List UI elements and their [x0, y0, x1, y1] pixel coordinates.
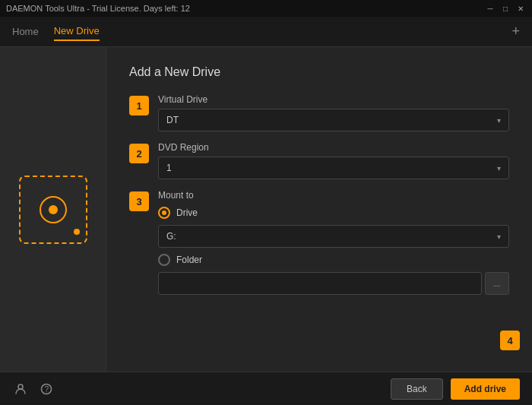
drive-radio-row: Drive [158, 207, 509, 219]
back-button[interactable]: Back [391, 378, 443, 400]
step3-content: Mount to Drive G: ▾ Folder [158, 190, 509, 295]
step1-content: Virtual Drive DT ▾ [158, 94, 509, 131]
step2-row: 2 DVD Region 1 ▾ [129, 142, 509, 179]
step1-label: Virtual Drive [158, 94, 509, 105]
step2-badge: 2 [129, 144, 149, 163]
title-bar: DAEMON Tools Ultra - Trial License. Days… [0, 0, 532, 17]
step3-row: 3 Mount to Drive G: ▾ Folder [129, 190, 509, 295]
drive-radio-button[interactable] [158, 207, 170, 219]
step3-badge: 3 [129, 191, 149, 211]
nav-new-drive[interactable]: New Drive [54, 22, 100, 41]
nav-left: Home New Drive [12, 22, 100, 41]
add-drive-button[interactable]: Add drive [451, 378, 520, 400]
form-area: Add a New Drive 1 Virtual Drive DT ▾ 2 D… [106, 47, 532, 372]
dvd-region-dropdown[interactable]: 1 ▾ [158, 157, 509, 179]
drive-dot-indicator [74, 229, 80, 235]
drive-letter-arrow-icon: ▾ [497, 233, 501, 241]
nav-add-button[interactable]: + [511, 24, 520, 40]
folder-radio-label[interactable]: Folder [176, 255, 202, 265]
drive-radio-label[interactable]: Drive [176, 207, 198, 218]
drive-preview [19, 176, 87, 244]
step1-badge: 1 [129, 96, 149, 115]
dvd-region-value: 1 [166, 163, 172, 173]
bottom-bar: ? Back Add drive [0, 372, 532, 405]
step4-badge: 4 [500, 331, 520, 350]
folder-browse-button[interactable]: ... [485, 272, 509, 295]
virtual-drive-value: DT [166, 115, 179, 125]
form-title: Add a New Drive [129, 65, 509, 79]
folder-radio-row: Folder [158, 254, 509, 266]
svg-point-0 [18, 384, 23, 389]
dvd-region-arrow-icon: ▾ [497, 164, 501, 172]
drive-disc-center [49, 205, 58, 214]
sidebar [0, 47, 106, 372]
virtual-drive-dropdown[interactable]: DT ▾ [158, 109, 509, 131]
add-drive-label: Add drive [464, 384, 506, 394]
bottom-left-icons: ? [12, 381, 55, 397]
maximize-button[interactable]: □ [500, 3, 511, 14]
drive-disc-icon [40, 196, 67, 223]
minimize-button[interactable]: ─ [485, 3, 496, 14]
virtual-drive-arrow-icon: ▾ [497, 116, 501, 125]
mount-to-label: Mount to [158, 190, 509, 201]
help-icon[interactable]: ? [38, 381, 55, 397]
close-button[interactable]: ✕ [515, 3, 526, 14]
folder-input-row: ... [158, 272, 509, 295]
step2-content: DVD Region 1 ▾ [158, 142, 509, 179]
svg-text:?: ? [45, 385, 49, 394]
drive-letter-value: G: [166, 231, 176, 242]
step2-label: DVD Region [158, 142, 509, 153]
user-icon[interactable] [12, 381, 29, 397]
nav-bar: Home New Drive + [0, 17, 532, 47]
title-bar-text: DAEMON Tools Ultra - Trial License. Days… [6, 4, 190, 13]
folder-path-input[interactable] [158, 272, 482, 295]
title-bar-controls: ─ □ ✕ [485, 3, 526, 14]
folder-radio-button[interactable] [158, 254, 170, 266]
drive-letter-dropdown[interactable]: G: ▾ [158, 225, 509, 248]
nav-home[interactable]: Home [12, 23, 39, 40]
step1-row: 1 Virtual Drive DT ▾ [129, 94, 509, 131]
bottom-right-buttons: Back Add drive [391, 378, 520, 400]
main-content: Add a New Drive 1 Virtual Drive DT ▾ 2 D… [0, 47, 532, 372]
